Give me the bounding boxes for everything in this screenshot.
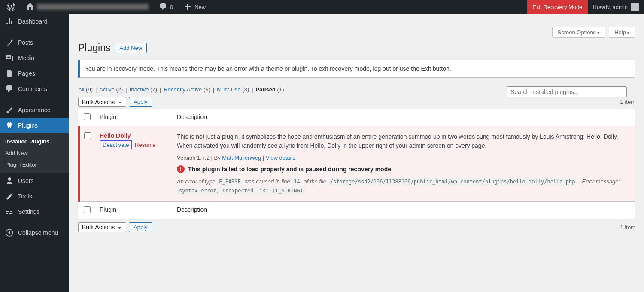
menu-settings[interactable]: Settings — [0, 204, 69, 219]
user-icon — [5, 176, 14, 185]
author-link[interactable]: Matt Mullenweg — [222, 155, 261, 161]
error-detail: An error of type E_PARSE was caused in l… — [177, 177, 631, 195]
table-row: Hello Dolly Deactivate Resume This is no… — [79, 126, 635, 202]
account-menu[interactable]: Howdy, admin — [588, 3, 644, 11]
filter-active[interactable]: Active — [99, 86, 114, 93]
plugin-name-link[interactable]: Hello Dolly — [100, 132, 131, 139]
submenu-add-new[interactable]: Add New — [0, 147, 69, 159]
plugin-column-header: Plugin — [95, 109, 173, 126]
help-button[interactable]: Help — [609, 27, 635, 38]
row-checkbox[interactable] — [84, 132, 91, 139]
howdy-label: Howdy, admin — [593, 4, 628, 10]
media-icon — [5, 54, 14, 62]
error-message: This plugin failed to load properly and … — [188, 166, 393, 173]
site-home[interactable] — [22, 0, 152, 14]
recovery-notice: You are in recovery mode. This means the… — [78, 60, 635, 78]
plugins-submenu: Installed Plugins Add New Plugin Editor — [0, 133, 69, 173]
description-column-footer: Description — [173, 201, 635, 219]
comment-count: 0 — [170, 4, 173, 10]
select-all-top[interactable] — [84, 113, 91, 120]
apply-button-top[interactable]: Apply — [129, 97, 152, 107]
comments-link[interactable]: 0 — [155, 0, 176, 14]
add-new-button[interactable]: Add New — [115, 43, 147, 53]
submenu-installed-plugins[interactable]: Installed Plugins — [0, 136, 69, 147]
exit-recovery-button[interactable]: Exit Recovery Mode — [527, 0, 587, 14]
filter-links: All (9) | Active (2) | Inactive (7) | Re… — [78, 86, 284, 93]
wrench-icon — [5, 192, 14, 201]
plugin-description: This is not just a plugin, it symbolizes… — [177, 132, 631, 150]
comment-icon — [5, 85, 14, 93]
admin-topbar: 0 New Exit Recovery Mode Howdy, admin — [0, 0, 644, 14]
bulk-actions-select-bottom[interactable]: Bulk Actions — [78, 222, 126, 232]
new-content[interactable]: New — [180, 0, 209, 14]
wordpress-icon — [7, 3, 15, 11]
plugin-column-footer: Plugin — [95, 201, 173, 219]
plus-icon — [183, 3, 192, 11]
collapse-icon — [5, 228, 14, 234]
filter-recently-active[interactable]: Recently Active — [164, 86, 202, 93]
menu-users[interactable]: Users — [0, 173, 69, 189]
deactivate-link[interactable]: Deactivate — [100, 140, 132, 149]
comment-icon — [159, 3, 167, 11]
filter-inactive[interactable]: Inactive — [130, 86, 149, 93]
submenu-plugin-editor[interactable]: Plugin Editor — [0, 159, 69, 170]
resume-link[interactable]: Resume — [135, 142, 155, 148]
menu-comments[interactable]: Comments — [0, 81, 69, 97]
menu-media[interactable]: Media — [0, 50, 69, 66]
filter-must-use[interactable]: Must-Use — [217, 86, 241, 93]
filter-all[interactable]: All — [78, 86, 84, 93]
collapse-menu[interactable]: Collapse menu — [0, 225, 69, 234]
new-label: New — [194, 4, 206, 10]
menu-appearance[interactable]: Appearance — [0, 102, 69, 118]
dashboard-icon — [5, 17, 14, 26]
plugin-meta: Version 1.7.2 | By Matt Mullenweg | View… — [177, 155, 631, 161]
home-icon — [26, 3, 34, 11]
view-details-link[interactable]: View details — [266, 155, 295, 161]
bulk-actions-select[interactable]: Bulk Actions — [78, 97, 126, 107]
avatar — [631, 3, 639, 11]
site-name-blurred — [37, 4, 149, 10]
menu-plugins[interactable]: Plugins — [0, 118, 69, 133]
plugins-table: Plugin Description Hello Dolly Deactivat… — [78, 109, 635, 219]
screen-options-button[interactable]: Screen Options — [552, 27, 606, 38]
menu-posts[interactable]: Posts — [0, 35, 69, 50]
menu-tools[interactable]: Tools — [0, 189, 69, 204]
menu-dashboard[interactable]: Dashboard — [0, 14, 69, 29]
pin-icon — [5, 38, 14, 47]
main-content: Screen Options Help Plugins Add New You … — [69, 27, 644, 232]
brush-icon — [5, 106, 14, 114]
search-input[interactable] — [507, 86, 627, 97]
description-column-header: Description — [173, 109, 635, 126]
filter-paused[interactable]: Paused — [256, 86, 276, 93]
apply-button-bottom[interactable]: Apply — [129, 222, 152, 232]
menu-pages[interactable]: Pages — [0, 66, 69, 81]
page-title: Plugins — [78, 42, 110, 54]
error-icon: ! — [177, 165, 185, 173]
admin-sidebar: Dashboard Posts Media Pages Comments App… — [0, 14, 69, 234]
sliders-icon — [5, 207, 14, 216]
select-all-bottom[interactable] — [84, 206, 91, 213]
wp-logo[interactable] — [3, 0, 19, 14]
plug-icon — [5, 121, 14, 130]
page-icon — [5, 69, 14, 78]
item-count-top: 1 item — [620, 99, 635, 105]
item-count-bottom: 1 item — [620, 224, 635, 231]
